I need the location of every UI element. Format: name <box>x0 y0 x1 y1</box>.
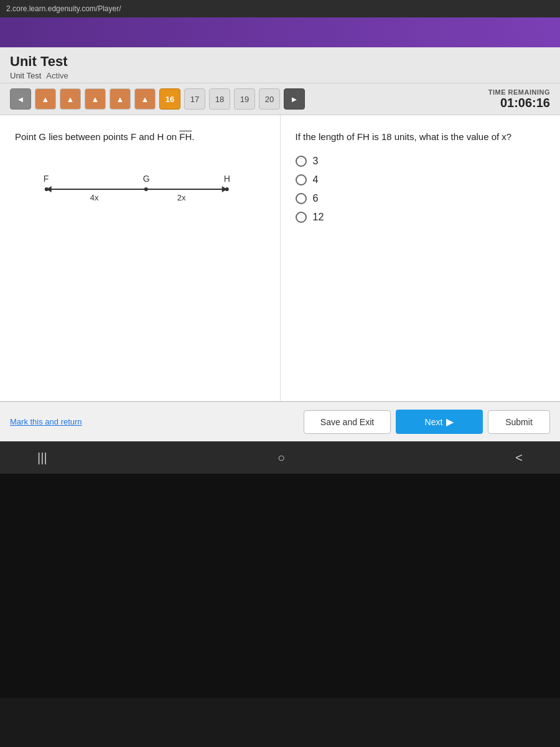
nav-flag-5[interactable]: ▲ <box>134 88 156 110</box>
title-bar: Unit Test Unit Test Active <box>0 47 560 83</box>
svg-text:G: G <box>143 174 150 184</box>
nav-flag-4[interactable]: ▲ <box>110 88 131 110</box>
answer-choices: 3 4 6 12 <box>296 156 546 223</box>
status-badge: Active <box>46 71 68 80</box>
nav-item-17[interactable]: 17 <box>184 88 205 110</box>
time-remaining-value: 01:06:16 <box>488 96 550 110</box>
radio-4[interactable] <box>296 174 307 186</box>
svg-text:4x: 4x <box>90 193 99 202</box>
android-menu-icon[interactable]: ||| <box>37 451 47 465</box>
choice-3[interactable]: 3 <box>296 156 546 167</box>
svg-text:2x: 2x <box>177 193 186 202</box>
segment-label: FH <box>179 131 192 142</box>
mark-return-link[interactable]: Mark this and return <box>10 417 299 426</box>
app-header <box>0 17 560 47</box>
page-title: Unit Test <box>10 54 550 70</box>
nav-item-16[interactable]: 16 <box>159 88 180 110</box>
nav-item-20[interactable]: 20 <box>259 88 280 110</box>
nav-arrow-left[interactable]: ◄ <box>10 88 31 110</box>
browser-url: 2.core.learn.edgenuity.com/Player/ <box>6 4 121 13</box>
next-button-label: Next <box>425 417 443 427</box>
question-prompt-left: Point G lies between points F and H on F… <box>15 130 265 143</box>
next-button[interactable]: Next ▶ <box>396 410 483 434</box>
time-remaining-label: TIME REMAINING <box>488 88 550 96</box>
question-nav: ◄ ▲ ▲ ▲ ▲ ▲ 16 17 18 19 20 ► TIME REMAIN… <box>0 83 560 115</box>
nav-item-19[interactable]: 19 <box>234 88 255 110</box>
svg-text:F: F <box>44 174 49 184</box>
choice-4-label: 4 <box>313 174 319 186</box>
radio-6[interactable] <box>296 193 307 204</box>
choice-12[interactable]: 12 <box>296 212 546 223</box>
choice-6-label: 6 <box>313 193 319 204</box>
svg-point-3 <box>45 187 49 191</box>
nav-item-18[interactable]: 18 <box>209 88 230 110</box>
bottom-dark-area <box>0 474 560 698</box>
next-arrow-icon: ▶ <box>446 416 454 428</box>
android-home-icon[interactable]: ○ <box>278 451 285 465</box>
choice-4[interactable]: 4 <box>296 174 546 186</box>
svg-point-5 <box>225 187 229 191</box>
bottom-action-bar: Mark this and return Save and Exit Next … <box>0 402 560 441</box>
nav-flag-3[interactable]: ▲ <box>85 88 106 110</box>
choice-6[interactable]: 6 <box>296 193 546 204</box>
question-right-panel: If the length of FH is 18 units, what is… <box>281 115 561 401</box>
choice-3-label: 3 <box>313 156 319 167</box>
nav-flag-2[interactable]: ▲ <box>60 88 81 110</box>
android-back-icon[interactable]: < <box>515 451 523 465</box>
nav-arrow-right[interactable]: ► <box>284 88 305 110</box>
browser-bar: 2.core.learn.edgenuity.com/Player/ <box>0 0 560 17</box>
question-area: Point G lies between points F and H on F… <box>0 115 560 402</box>
subtitle-text: Unit Test <box>10 71 41 80</box>
nav-flag-1[interactable]: ▲ <box>35 88 56 110</box>
svg-text:H: H <box>224 174 230 184</box>
save-exit-button[interactable]: Save and Exit <box>304 410 391 434</box>
radio-3[interactable] <box>296 156 307 167</box>
line-diagram: F G H 4x 2x <box>15 169 265 207</box>
subtitle-bar: Unit Test Active <box>10 71 550 80</box>
diagram-container: F G H 4x 2x <box>15 163 265 215</box>
question-left-panel: Point G lies between points F and H on F… <box>0 115 281 401</box>
choice-12-label: 12 <box>313 212 324 223</box>
submit-button[interactable]: Submit <box>488 410 550 434</box>
radio-12[interactable] <box>296 212 307 223</box>
svg-point-4 <box>144 187 148 191</box>
android-nav-bar: ||| ○ < <box>0 441 560 474</box>
main-container: Unit Test Unit Test Active ◄ ▲ ▲ ▲ ▲ ▲ 1… <box>0 47 560 441</box>
question-prompt-right: If the length of FH is 18 units, what is… <box>296 130 546 143</box>
time-remaining: TIME REMAINING 01:06:16 <box>488 88 550 110</box>
